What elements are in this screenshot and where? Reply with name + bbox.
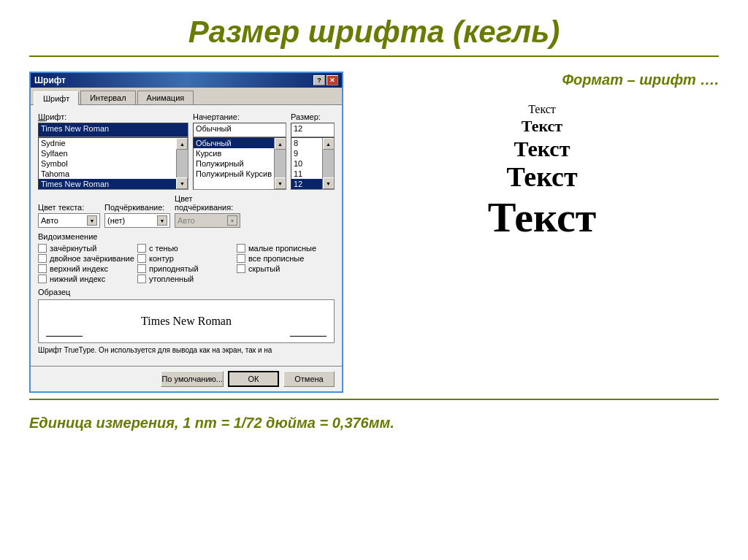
size-item-selected[interactable]: 12 — [291, 179, 322, 189]
checkbox-raised[interactable] — [137, 264, 146, 273]
scroll-track[interactable] — [323, 150, 334, 177]
color-dropdown-arrow[interactable]: ▼ — [87, 215, 97, 226]
tab-animation[interactable]: Анимация — [137, 91, 194, 104]
effect-emboss: утопленный — [137, 275, 235, 283]
style-item[interactable]: Полужирный Курсив — [194, 169, 274, 179]
color-label: Цвет текста: — [38, 203, 100, 212]
size-item[interactable]: 10 — [291, 158, 322, 169]
scroll-track[interactable] — [275, 150, 286, 177]
effect-label: контур — [149, 254, 174, 263]
preview-line-right — [290, 336, 327, 337]
size-label: Размер: — [291, 112, 335, 121]
checkbox-shadow[interactable] — [137, 244, 146, 253]
dialog-buttons: По умолчанию... ОК Отмена — [31, 366, 342, 391]
underline-color-group: Цвет подчёркивания: Авто ▼ — [175, 194, 240, 228]
style-input[interactable]: Обычный — [193, 123, 286, 137]
tab-font[interactable]: Шрифт — [34, 91, 79, 105]
title-divider — [29, 55, 719, 57]
underline-value: (нет) — [107, 216, 125, 225]
scroll-track[interactable] — [177, 150, 188, 177]
style-item[interactable]: Полужирный — [194, 158, 274, 169]
checkbox-outline[interactable] — [137, 254, 146, 263]
underline-color-select[interactable]: Авто ▼ — [175, 213, 240, 228]
checkbox-subscript[interactable] — [38, 275, 47, 283]
font-scrollbar[interactable]: ▲ ▼ — [176, 138, 188, 189]
font-name-input[interactable]: Times New Roman — [38, 123, 188, 137]
effect-label: приподнятый — [149, 264, 199, 273]
dialog-title: Шрифт — [34, 75, 66, 85]
size-group: Размер: 12 8 9 10 11 12 ▲ ▼ — [291, 112, 335, 190]
checkbox-emboss[interactable] — [137, 275, 146, 283]
sample-text-8pt: Текст — [528, 103, 556, 116]
scroll-down[interactable]: ▼ — [176, 177, 188, 189]
underline-dropdown-arrow[interactable]: ▼ — [157, 215, 167, 226]
help-button[interactable]: ? — [313, 75, 325, 85]
effect-subscript: нижний индекс — [38, 275, 136, 283]
underline-color-arrow[interactable]: ▼ — [227, 215, 237, 226]
underline-select[interactable]: (нет) ▼ — [104, 213, 170, 228]
effect-double-strikethrough: двойное зачёркивание — [38, 254, 136, 263]
dialog-body: Шрифт: Times New Roman Sydnie Sylfaen Sy… — [31, 105, 342, 366]
dialog-tabs: Шрифт Интервал Анимация — [31, 88, 342, 105]
font-list-item[interactable]: Sydnie — [39, 138, 176, 148]
cancel-button[interactable]: Отмена — [283, 371, 335, 387]
effect-raised: приподнятый — [137, 264, 235, 273]
size-scrollbar[interactable]: ▲ ▼ — [322, 138, 334, 189]
color-group: Цвет текста: Авто ▼ — [38, 203, 100, 228]
checkbox-superscript[interactable] — [38, 264, 47, 273]
effects-label: Видоизменение — [38, 232, 335, 241]
sample-label: Образец — [38, 288, 335, 296]
font-list-item-selected[interactable]: Times New Roman — [39, 179, 176, 189]
style-group: Начертание: Обычный Обычный Курсив Полуж… — [193, 112, 286, 190]
color-select[interactable]: Авто ▼ — [38, 213, 100, 228]
size-item[interactable]: 9 — [291, 148, 322, 158]
bottom-note: Единица измерения, 1 пт = 1/72 дюйма = 0… — [29, 415, 394, 431]
scroll-up[interactable]: ▲ — [176, 138, 188, 150]
checkbox-all-caps[interactable] — [237, 254, 245, 263]
effect-hidden: скрытый — [237, 264, 335, 273]
underline-label: Подчёркивание: — [104, 203, 170, 212]
sample-text-10pt: Текст — [522, 118, 562, 135]
dialog-titlebar: Шрифт ? ✕ — [31, 73, 342, 88]
effect-outline: контур — [137, 254, 235, 263]
checkbox-double-strikethrough[interactable] — [38, 254, 47, 263]
effects-grid: зачёркнутый с тенью малые прописные двой… — [38, 244, 335, 283]
style-item[interactable]: Курсив — [194, 148, 274, 158]
main-content: Шрифт ? ✕ Шрифт Интервал Анимация Шрифт:… — [29, 72, 719, 393]
style-scrollbar[interactable]: ▲ ▼ — [274, 138, 286, 189]
right-panel: Формат – шрифт …. Текст Текст Текст Текс… — [365, 72, 719, 393]
scroll-up[interactable]: ▲ — [323, 138, 335, 150]
size-list-items: 8 9 10 11 12 — [291, 138, 322, 189]
scroll-down[interactable]: ▼ — [275, 177, 286, 189]
font-label: Шрифт: — [38, 112, 188, 121]
underline-color-value: Авто — [178, 216, 195, 225]
style-listbox[interactable]: Обычный Курсив Полужирный Полужирный Кур… — [193, 137, 286, 190]
font-name-group: Шрифт: Times New Roman Sydnie Sylfaen Sy… — [38, 112, 188, 190]
effect-label: все прописные — [248, 254, 304, 263]
color-row: Цвет текста: Авто ▼ Подчёркивание: (нет)… — [38, 194, 335, 228]
ok-button[interactable]: ОК — [228, 371, 279, 387]
font-style-size-row: Шрифт: Times New Roman Sydnie Sylfaen Sy… — [38, 112, 335, 190]
effect-label: нижний индекс — [50, 275, 105, 283]
size-input[interactable]: 12 — [291, 123, 335, 137]
checkbox-small-caps[interactable] — [237, 244, 245, 253]
style-label: Начертание: — [193, 112, 286, 121]
tab-interval[interactable]: Интервал — [80, 91, 135, 104]
checkbox-hidden[interactable] — [237, 264, 245, 273]
default-button[interactable]: По умолчанию... — [161, 371, 224, 387]
scroll-up[interactable]: ▲ — [275, 138, 286, 150]
size-listbox[interactable]: 8 9 10 11 12 ▲ ▼ — [291, 137, 335, 190]
size-item[interactable]: 11 — [291, 169, 322, 179]
scroll-down[interactable]: ▼ — [323, 177, 335, 189]
preview-lines — [46, 336, 327, 337]
size-item[interactable]: 8 — [291, 138, 322, 148]
effect-strikethrough: зачёркнутый — [38, 244, 136, 253]
sample-text-14pt: Текст — [514, 137, 570, 161]
checkbox-strikethrough[interactable] — [38, 244, 47, 253]
style-item-selected[interactable]: Обычный — [194, 138, 274, 148]
font-list-item[interactable]: Tahoma — [39, 169, 176, 179]
font-listbox[interactable]: Sydnie Sylfaen Symbol Tahoma Times New R… — [38, 137, 188, 190]
font-list-item[interactable]: Symbol — [39, 158, 176, 169]
close-button[interactable]: ✕ — [327, 75, 338, 85]
font-list-item[interactable]: Sylfaen — [39, 148, 176, 158]
